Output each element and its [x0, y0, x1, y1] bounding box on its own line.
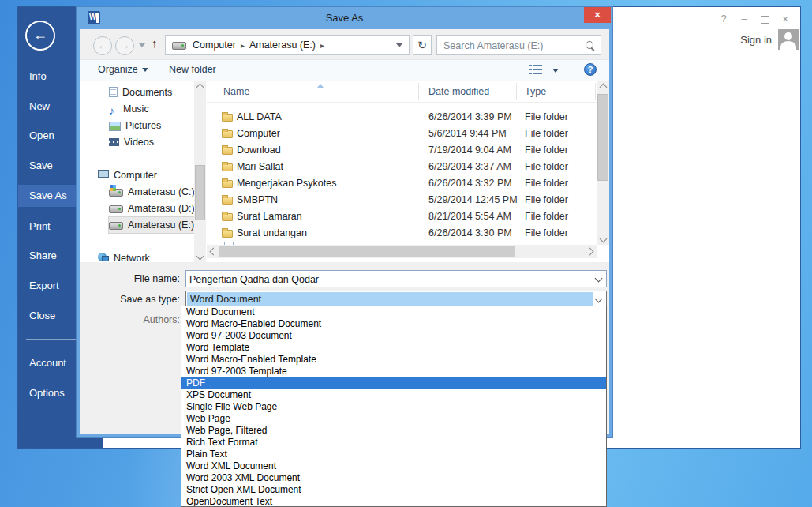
column-header-date-modified[interactable]: Date modified	[428, 81, 489, 102]
scroll-right-icon[interactable]	[586, 248, 594, 256]
file-type-option-word-document[interactable]: Word Document	[181, 306, 606, 318]
nav-item-music[interactable]: Music	[109, 101, 149, 117]
file-list-vertical-scrollbar[interactable]	[597, 81, 609, 245]
nav-item-pictures[interactable]: Pictures	[109, 118, 161, 133]
file-list-horizontal-scrollbar[interactable]	[207, 245, 597, 258]
file-name: Surat Lamaran	[237, 208, 302, 225]
file-type-dropdown-list: Word DocumentWord Macro-Enabled Document…	[181, 306, 607, 507]
up-one-level-button[interactable]: ↑	[152, 36, 158, 50]
nav-forward-button[interactable]: →	[115, 36, 134, 55]
breadcrumb-dropdown-icon[interactable]	[396, 43, 402, 47]
file-type-option-opendocument-text[interactable]: OpenDocument Text	[181, 496, 606, 507]
file-name-input[interactable]	[188, 272, 586, 287]
file-row-mari-sallat[interactable]: Mari Sallat6/29/2014 3:37 AMFile folder	[207, 159, 597, 175]
scroll-up-icon[interactable]	[196, 84, 204, 92]
nav-item-videos[interactable]: Videos	[109, 134, 154, 150]
navpane-scrollbar[interactable]	[194, 81, 206, 262]
file-row-computer[interactable]: Computer5/6/2014 9:44 PMFile folder	[207, 126, 597, 142]
view-dropdown-icon[interactable]	[552, 69, 559, 73]
file-type-option-pdf[interactable]: PDF	[181, 377, 606, 389]
sign-in-link[interactable]: Sign in	[740, 34, 772, 46]
column-separator[interactable]	[595, 83, 596, 100]
file-row-all-data[interactable]: ALL DATA6/26/2014 3:39 PMFile folder	[207, 109, 597, 126]
new-folder-button[interactable]: New folder	[169, 64, 216, 75]
file-type-option-word-97-2003-document[interactable]: Word 97-2003 Document	[181, 330, 606, 342]
folder-icon	[222, 180, 233, 188]
file-row-smbptn[interactable]: SMBPTN5/29/2014 12:45 PMFile folder	[207, 192, 597, 208]
window-minimize-button[interactable]: –	[737, 12, 751, 26]
scrollbar-thumb[interactable]	[597, 94, 608, 181]
help-icon[interactable]: ?	[584, 63, 597, 76]
file-type: File folder	[525, 142, 568, 159]
search-icon	[586, 41, 593, 49]
file-row-mengerjakan-psykotes[interactable]: Mengerjakan Psykotes6/26/2014 3:32 PMFil…	[207, 175, 597, 192]
chevron-down-icon[interactable]	[595, 275, 603, 283]
column-separator[interactable]	[516, 83, 517, 100]
file-type-option-xps-document[interactable]: XPS Document	[181, 389, 606, 401]
breadcrumb-item-amaterasu-e[interactable]: Amaterasu (E:)	[245, 36, 320, 54]
recent-locations-dropdown-icon[interactable]	[139, 43, 145, 47]
change-view-button[interactable]	[529, 65, 543, 76]
file-name: Mengerjakan Psykotes	[237, 175, 336, 192]
file-type-option-plain-text[interactable]: Plain Text	[181, 449, 606, 460]
file-row-surat-undangan[interactable]: Surat undangan6/26/2014 3:30 PMFile fold…	[207, 225, 597, 242]
window-maximize-button[interactable]	[758, 12, 772, 26]
file-type-option-word-template[interactable]: Word Template	[181, 342, 606, 354]
nav-item-documents[interactable]: Documents	[109, 84, 172, 100]
refresh-button[interactable]: ↻	[413, 35, 432, 55]
file-row-surat-lamaran[interactable]: Surat Lamaran8/21/2014 5:54 AMFile folde…	[207, 208, 597, 225]
nav-item-label: Pictures	[125, 120, 161, 131]
file-type-option-word-xml-document[interactable]: Word XML Document	[181, 460, 606, 472]
list-view-icon	[529, 65, 532, 75]
nav-item-amaterasu-e[interactable]: Amaterasu (E:)	[109, 217, 194, 233]
chevron-down-icon[interactable]	[595, 295, 603, 303]
network-icon	[98, 253, 109, 261]
nav-item-computer[interactable]: Computer	[98, 167, 157, 183]
file-name-label: File name:	[80, 270, 180, 287]
window-help-button[interactable]: ?	[717, 12, 731, 26]
file-type-option-word-macro-enabled-document[interactable]: Word Macro-Enabled Document	[181, 318, 606, 330]
file-type-option-web-page-filtered[interactable]: Web Page, Filtered	[181, 425, 606, 437]
column-separator[interactable]	[418, 83, 419, 100]
breadcrumb[interactable]: Computer▸Amaterasu (E:)▸	[165, 35, 410, 55]
dialog-close-button[interactable]: ×	[584, 7, 611, 23]
column-headers: Name Date modified Type	[207, 81, 597, 103]
file-type-option-rich-text-format[interactable]: Rich Text Format	[181, 437, 606, 449]
folder-icon	[222, 213, 233, 221]
file-type-option-single-file-web-page[interactable]: Single File Web Page	[181, 401, 606, 413]
nav-back-button[interactable]: ←	[93, 36, 112, 55]
scroll-left-icon[interactable]	[210, 248, 218, 256]
column-header-name[interactable]: Name	[223, 81, 249, 102]
back-arrow-button[interactable]: ←	[25, 21, 55, 51]
scrollbar-thumb[interactable]	[195, 165, 205, 220]
search-input[interactable]	[442, 36, 579, 55]
window-close-button[interactable]: ×	[778, 12, 792, 26]
nav-item-amaterasu-c[interactable]: Amaterasu (C:)	[109, 184, 194, 200]
file-date-modified: 7/19/2014 9:04 AM	[428, 142, 511, 159]
file-type-option-word-macro-enabled-template[interactable]: Word Macro-Enabled Template	[181, 354, 606, 366]
file-type-option-word-2003-xml-document[interactable]: Word 2003 XML Document	[181, 472, 606, 484]
file-date-modified: 6/26/2014 3:32 PM	[428, 175, 512, 192]
user-avatar[interactable]	[778, 29, 799, 50]
drive-icon	[109, 205, 123, 213]
nav-item-amaterasu-d[interactable]: Amaterasu (D:)	[109, 201, 194, 216]
file-row-download[interactable]: Download7/19/2014 9:04 AMFile folder	[207, 142, 597, 159]
file-type-option-web-page[interactable]: Web Page	[181, 413, 606, 425]
file-name-combo	[185, 270, 607, 287]
list-view-icon	[533, 65, 542, 75]
scrollbar-thumb[interactable]	[219, 246, 515, 257]
scroll-down-icon[interactable]	[600, 235, 608, 243]
drive-system-icon	[109, 189, 123, 197]
column-header-type[interactable]: Type	[525, 81, 546, 102]
nav-item-label: Videos	[124, 137, 154, 148]
scroll-down-icon[interactable]	[196, 253, 204, 261]
organize-button[interactable]: Organize	[98, 64, 148, 75]
file-type-option-word-97-2003-template[interactable]: Word 97-2003 Template	[181, 366, 606, 377]
nav-item-label: Computer	[114, 170, 157, 181]
breadcrumb-item-computer[interactable]: Computer	[188, 36, 241, 54]
file-list: Name Date modified Type ALL DATA6/26/201…	[207, 81, 609, 262]
nav-item-network[interactable]: Network	[98, 250, 150, 262]
file-type-option-strict-open-xml-document[interactable]: Strict Open XML Document	[181, 484, 606, 496]
file-date-modified: 6/26/2014 3:30 PM	[428, 225, 512, 242]
scroll-up-icon[interactable]	[600, 84, 608, 92]
